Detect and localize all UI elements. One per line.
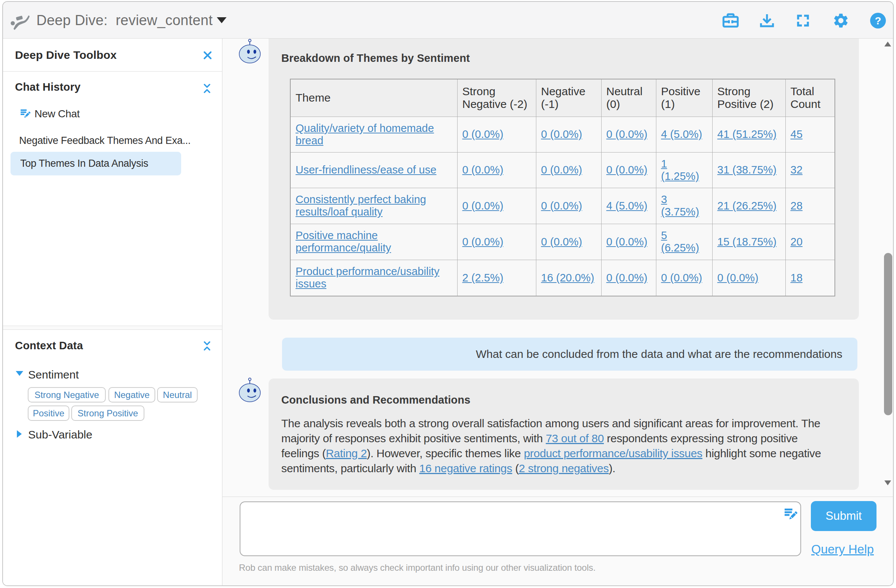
svg-text:?: ? — [875, 15, 881, 27]
